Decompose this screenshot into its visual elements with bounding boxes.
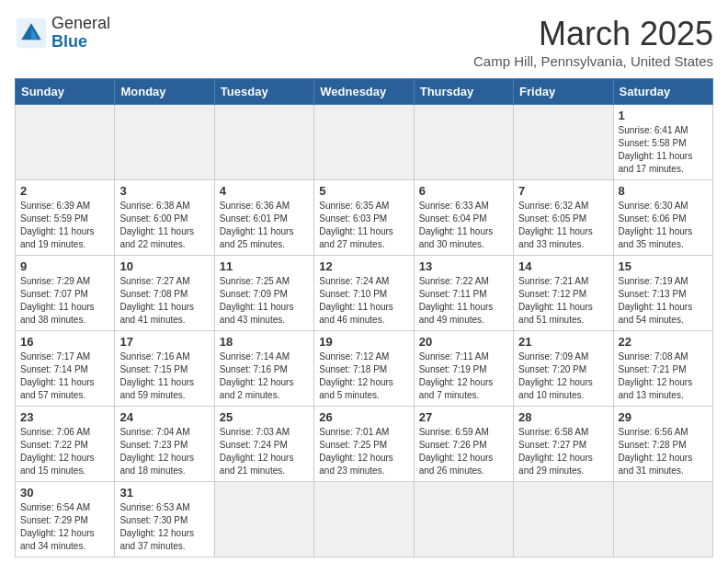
calendar-day-cell: 18Sunrise: 7:14 AM Sunset: 7:16 PM Dayli… [214,331,313,407]
calendar-day-cell: 21Sunrise: 7:09 AM Sunset: 7:20 PM Dayli… [514,331,613,407]
calendar-day-cell: 11Sunrise: 7:25 AM Sunset: 7:09 PM Dayli… [214,256,313,331]
day-number: 14 [518,259,608,273]
calendar-day-cell [115,105,214,180]
day-info: Sunrise: 6:53 AM Sunset: 7:30 PM Dayligh… [119,501,209,553]
calendar-day-cell: 31Sunrise: 6:53 AM Sunset: 7:30 PM Dayli… [115,482,214,557]
weekday-header: Monday [115,79,214,105]
calendar-table: SundayMondayTuesdayWednesdayThursdayFrid… [15,78,713,557]
calendar-day-cell [16,105,115,180]
day-number: 31 [119,486,209,500]
calendar-day-cell: 13Sunrise: 7:22 AM Sunset: 7:11 PM Dayli… [414,256,513,331]
day-info: Sunrise: 7:06 AM Sunset: 7:22 PM Dayligh… [20,426,109,477]
day-info: Sunrise: 7:21 AM Sunset: 7:12 PM Dayligh… [518,275,608,327]
calendar-week-row: 9Sunrise: 7:29 AM Sunset: 7:07 PM Daylig… [16,256,713,331]
day-number: 25 [220,410,309,424]
day-number: 6 [419,184,508,198]
day-info: Sunrise: 6:36 AM Sunset: 6:01 PM Dayligh… [220,200,309,251]
day-info: Sunrise: 6:41 AM Sunset: 5:58 PM Dayligh… [619,124,708,176]
calendar-day-cell [314,482,414,557]
day-number: 2 [20,184,109,198]
day-info: Sunrise: 6:30 AM Sunset: 6:06 PM Dayligh… [619,200,708,251]
calendar-day-cell: 19Sunrise: 7:12 AM Sunset: 7:18 PM Dayli… [314,331,414,407]
day-number: 3 [119,184,209,198]
calendar-day-cell: 29Sunrise: 6:56 AM Sunset: 7:28 PM Dayli… [613,407,712,482]
calendar-day-cell [414,105,513,180]
day-info: Sunrise: 7:04 AM Sunset: 7:23 PM Dayligh… [119,426,209,477]
day-info: Sunrise: 7:08 AM Sunset: 7:21 PM Dayligh… [619,350,708,402]
calendar-day-cell: 4Sunrise: 6:36 AM Sunset: 6:01 PM Daylig… [214,180,313,256]
day-info: Sunrise: 6:39 AM Sunset: 5:59 PM Dayligh… [20,200,109,251]
calendar-day-cell: 28Sunrise: 6:58 AM Sunset: 7:27 PM Dayli… [514,407,613,482]
calendar-day-cell: 9Sunrise: 7:29 AM Sunset: 7:07 PM Daylig… [16,256,115,331]
calendar-day-cell: 6Sunrise: 6:33 AM Sunset: 6:04 PM Daylig… [414,180,513,256]
weekday-header: Thursday [414,79,513,105]
logo: General Blue [15,15,110,52]
day-number: 29 [619,410,708,424]
day-info: Sunrise: 7:24 AM Sunset: 7:10 PM Dayligh… [319,275,408,327]
day-info: Sunrise: 7:22 AM Sunset: 7:11 PM Dayligh… [419,275,508,327]
day-info: Sunrise: 7:29 AM Sunset: 7:07 PM Dayligh… [20,275,109,327]
calendar-week-row: 23Sunrise: 7:06 AM Sunset: 7:22 PM Dayli… [16,407,713,482]
day-number: 28 [518,410,608,424]
day-number: 5 [319,184,408,198]
calendar-day-cell: 20Sunrise: 7:11 AM Sunset: 7:19 PM Dayli… [414,331,513,407]
day-number: 27 [419,410,508,424]
calendar-day-cell: 2Sunrise: 6:39 AM Sunset: 5:59 PM Daylig… [16,180,115,256]
day-info: Sunrise: 6:56 AM Sunset: 7:28 PM Dayligh… [619,426,708,477]
day-info: Sunrise: 7:17 AM Sunset: 7:14 PM Dayligh… [20,350,109,402]
calendar-day-cell [414,482,513,557]
page-header: General Blue March 2025 Camp Hill, Penns… [15,15,713,69]
calendar-week-row: 1Sunrise: 6:41 AM Sunset: 5:58 PM Daylig… [16,105,713,180]
calendar-day-cell: 16Sunrise: 7:17 AM Sunset: 7:14 PM Dayli… [16,331,115,407]
weekday-header: Saturday [613,79,712,105]
calendar-day-cell: 22Sunrise: 7:08 AM Sunset: 7:21 PM Dayli… [613,331,712,407]
day-info: Sunrise: 7:01 AM Sunset: 7:25 PM Dayligh… [319,426,408,477]
day-info: Sunrise: 6:58 AM Sunset: 7:27 PM Dayligh… [518,426,608,477]
day-number: 21 [518,335,608,349]
month-title: March 2025 [473,15,713,53]
weekday-header: Sunday [16,79,115,105]
day-number: 11 [220,259,309,273]
calendar-week-row: 16Sunrise: 7:17 AM Sunset: 7:14 PM Dayli… [16,331,713,407]
calendar-day-cell: 25Sunrise: 7:03 AM Sunset: 7:24 PM Dayli… [214,407,313,482]
calendar-day-cell: 27Sunrise: 6:59 AM Sunset: 7:26 PM Dayli… [414,407,513,482]
day-info: Sunrise: 7:14 AM Sunset: 7:16 PM Dayligh… [220,350,309,402]
calendar-day-cell: 15Sunrise: 7:19 AM Sunset: 7:13 PM Dayli… [613,256,712,331]
day-info: Sunrise: 6:33 AM Sunset: 6:04 PM Dayligh… [419,200,508,251]
calendar-day-cell: 26Sunrise: 7:01 AM Sunset: 7:25 PM Dayli… [314,407,414,482]
calendar-day-cell: 17Sunrise: 7:16 AM Sunset: 7:15 PM Dayli… [115,331,214,407]
calendar-day-cell: 24Sunrise: 7:04 AM Sunset: 7:23 PM Dayli… [115,407,214,482]
day-info: Sunrise: 7:25 AM Sunset: 7:09 PM Dayligh… [220,275,309,327]
day-number: 26 [319,410,408,424]
day-info: Sunrise: 7:27 AM Sunset: 7:08 PM Dayligh… [119,275,209,327]
calendar-day-cell: 3Sunrise: 6:38 AM Sunset: 6:00 PM Daylig… [115,180,214,256]
day-info: Sunrise: 7:12 AM Sunset: 7:18 PM Dayligh… [319,350,408,402]
day-info: Sunrise: 7:19 AM Sunset: 7:13 PM Dayligh… [619,275,708,327]
calendar-day-cell: 7Sunrise: 6:32 AM Sunset: 6:05 PM Daylig… [514,180,613,256]
calendar-day-cell: 14Sunrise: 7:21 AM Sunset: 7:12 PM Dayli… [514,256,613,331]
title-area: March 2025 Camp Hill, Pennsylvania, Unit… [473,15,713,69]
calendar-day-cell [214,105,313,180]
location: Camp Hill, Pennsylvania, United States [473,53,713,69]
calendar-day-cell: 1Sunrise: 6:41 AM Sunset: 5:58 PM Daylig… [613,105,712,180]
day-number: 20 [419,335,508,349]
day-info: Sunrise: 7:16 AM Sunset: 7:15 PM Dayligh… [119,350,209,402]
calendar-day-cell: 10Sunrise: 7:27 AM Sunset: 7:08 PM Dayli… [115,256,214,331]
day-number: 30 [20,486,109,500]
calendar-day-cell: 5Sunrise: 6:35 AM Sunset: 6:03 PM Daylig… [314,180,414,256]
logo-icon [15,17,48,50]
day-info: Sunrise: 6:59 AM Sunset: 7:26 PM Dayligh… [419,426,508,477]
day-number: 13 [419,259,508,273]
calendar-day-cell: 12Sunrise: 7:24 AM Sunset: 7:10 PM Dayli… [314,256,414,331]
day-info: Sunrise: 7:11 AM Sunset: 7:19 PM Dayligh… [419,350,508,402]
calendar-day-cell [613,482,712,557]
day-number: 9 [20,259,109,273]
day-info: Sunrise: 6:38 AM Sunset: 6:00 PM Dayligh… [119,200,209,251]
day-number: 4 [220,184,309,198]
weekday-header: Wednesday [314,79,414,105]
day-number: 10 [119,259,209,273]
day-number: 15 [619,259,708,273]
day-number: 8 [619,184,708,198]
calendar-day-cell [514,482,613,557]
day-number: 7 [518,184,608,198]
